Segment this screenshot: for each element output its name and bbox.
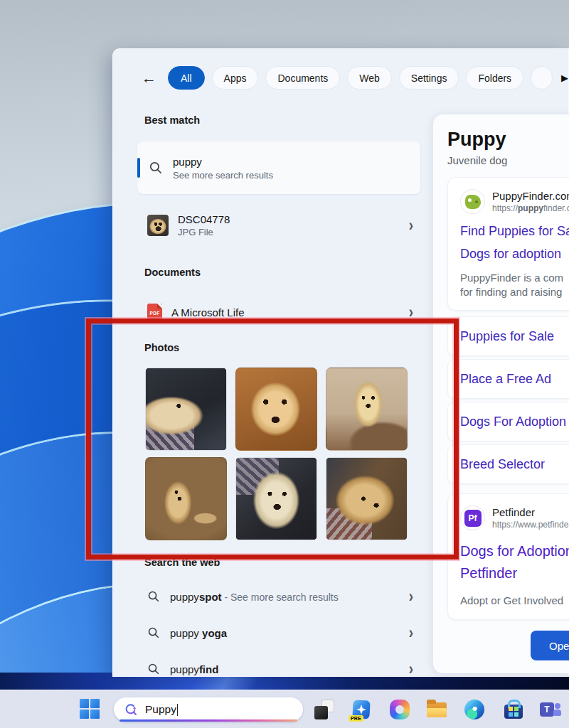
puppy-photo-thumbnail[interactable] xyxy=(235,368,317,451)
web-suggestion-row[interactable]: puppyfind › xyxy=(137,655,420,683)
puppy-photo-thumbnail[interactable] xyxy=(326,368,408,451)
back-arrow-icon[interactable]: ← xyxy=(142,70,156,87)
result-link[interactable]: Find Puppies for Sale xyxy=(460,224,569,239)
best-match-subtitle: See more search results xyxy=(173,170,273,181)
taskbar-search-box[interactable]: Puppy xyxy=(114,697,303,722)
teams-icon[interactable]: T xyxy=(540,699,561,720)
tab-all[interactable]: All xyxy=(168,66,205,90)
file-result-dsc04778[interactable]: DSC04778 JPG File › xyxy=(137,207,420,244)
tab-settings[interactable]: Settings xyxy=(399,66,459,90)
search-icon xyxy=(147,663,160,675)
file-result-type: JPG File xyxy=(178,227,409,237)
quick-links: Puppies for Sale Place a Free Ad Dogs Fo… xyxy=(447,316,569,484)
search-icon xyxy=(149,161,163,175)
section-header-documents: Documents xyxy=(144,267,201,278)
source-name: Petfinder xyxy=(492,506,569,518)
result-description: Adopt or Get Involved xyxy=(460,594,569,608)
edge-browser-icon[interactable] xyxy=(464,699,485,720)
knowledge-panel: Puppy Juvenile dog PuppyFinder.com https… xyxy=(433,114,569,673)
quick-link[interactable]: Breed Selector xyxy=(447,444,569,484)
chevron-right-icon[interactable]: › xyxy=(409,302,413,322)
photo-file-thumbnail xyxy=(147,215,169,236)
tab-folders[interactable]: Folders xyxy=(466,66,523,90)
puppy-photo-thumbnail[interactable] xyxy=(145,368,227,451)
puppy-photo-thumbnail[interactable] xyxy=(326,457,408,540)
search-icon xyxy=(147,590,160,603)
source-url: https://puppyfinder.com xyxy=(492,203,569,213)
document-result[interactable]: PDF A Microsoft Life › xyxy=(137,296,420,328)
puppyfinder-favicon xyxy=(460,189,485,214)
start-button[interactable] xyxy=(80,699,101,720)
panel-subtitle: Juvenile dog xyxy=(447,154,569,166)
chevron-right-icon[interactable]: › xyxy=(409,587,413,606)
petfinder-favicon: Pf xyxy=(460,505,485,530)
chevron-right-icon[interactable]: › xyxy=(409,215,413,235)
pre-badge: PRE xyxy=(349,715,363,722)
quick-link[interactable]: Puppies for Sale xyxy=(447,316,569,356)
bing-search-icon xyxy=(124,702,138,717)
tab-apps[interactable]: Apps xyxy=(212,66,259,90)
preview-app-icon[interactable]: PRE xyxy=(351,699,372,720)
chevron-right-icon[interactable]: › xyxy=(409,659,413,679)
overlapping-windows-icon[interactable] xyxy=(314,699,335,720)
puppyfinder-result-card: PuppyFinder.com https://puppyfinder.com … xyxy=(447,177,569,311)
section-header-best-match: Best match xyxy=(144,114,200,126)
tab-web[interactable]: Web xyxy=(347,66,392,90)
document-result-title: A Microsoft Life xyxy=(171,306,409,318)
best-match-result[interactable]: puppy See more search results xyxy=(137,141,420,194)
tab-documents[interactable]: Documents xyxy=(265,66,340,90)
taskbar: Puppy PRE T xyxy=(0,690,569,728)
result-link[interactable]: Dogs for Adoption | Petfinder xyxy=(460,540,569,584)
search-flyout-window: ← All Apps Documents Web Settings Folder… xyxy=(112,48,569,677)
web-suggestion-row[interactable]: puppyspot - See more search results › xyxy=(137,582,420,611)
quick-link[interactable]: Dogs For Adoption xyxy=(447,402,569,441)
result-description: PuppyFinder is a com for finding and rai… xyxy=(460,271,569,299)
search-filter-tabs: ← All Apps Documents Web Settings Folder… xyxy=(142,66,568,90)
pdf-file-icon: PDF xyxy=(147,304,162,321)
section-header-web: Search the web xyxy=(144,557,220,568)
tab-partial[interactable] xyxy=(531,66,553,90)
copilot-icon[interactable] xyxy=(389,699,410,720)
puppy-photo-thumbnail[interactable] xyxy=(235,457,317,540)
source-url: https://www.petfinder.com xyxy=(492,520,569,530)
file-result-title: DSC04778 xyxy=(178,213,409,225)
microsoft-store-icon[interactable] xyxy=(503,699,524,720)
file-explorer-icon[interactable] xyxy=(426,699,447,720)
panel-title: Puppy xyxy=(447,129,569,151)
open-button[interactable]: Open xyxy=(531,631,569,660)
search-input-value[interactable]: Puppy xyxy=(145,703,176,716)
tabs-overflow-arrow-icon[interactable]: ▶ xyxy=(561,73,568,83)
text-caret xyxy=(177,704,178,716)
petfinder-result-card: Pf Petfinder https://www.petfinder.com D… xyxy=(447,493,569,620)
quick-link[interactable]: Place a Free Ad xyxy=(447,359,569,399)
search-icon xyxy=(147,626,160,639)
section-header-photos: Photos xyxy=(144,342,179,353)
web-suggestion-row[interactable]: puppy yoga › xyxy=(137,619,420,647)
source-name: PuppyFinder.com xyxy=(492,190,569,202)
puppy-photo-thumbnail[interactable] xyxy=(145,457,227,540)
chevron-right-icon[interactable]: › xyxy=(409,623,413,643)
best-match-query: puppy xyxy=(173,156,273,168)
result-link[interactable]: Dogs for adoption xyxy=(460,247,569,262)
